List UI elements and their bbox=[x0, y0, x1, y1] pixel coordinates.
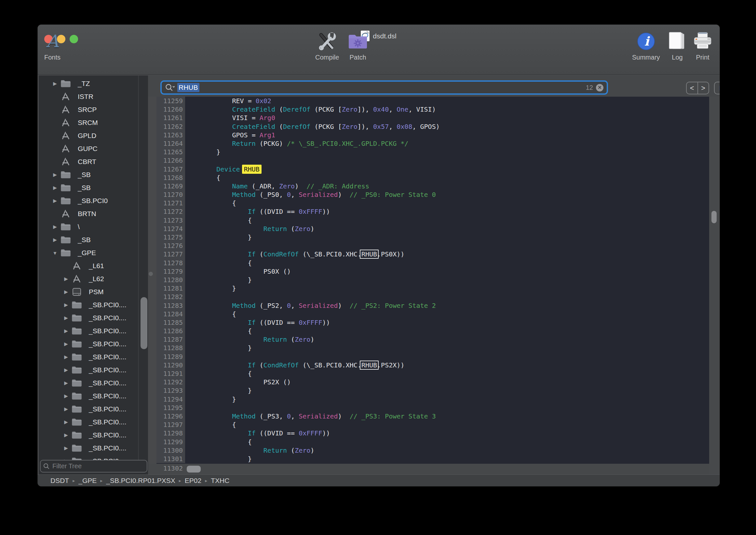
breadcrumb-item[interactable]: _SB.PCI0.RP01.PXSX bbox=[106, 477, 175, 485]
disclosure-triangle-icon[interactable]: ▼ bbox=[52, 250, 58, 256]
tree-item-_tz[interactable]: ▶_TZ bbox=[39, 77, 148, 90]
tree-item-_sbpci0[interactable]: ▶_SB.PCI0.... bbox=[39, 415, 148, 429]
done-button[interactable]: Done bbox=[714, 82, 719, 94]
code-line[interactable]: 11275 } bbox=[156, 233, 719, 241]
code-line[interactable]: 11273 { bbox=[156, 216, 719, 225]
splitter-handle[interactable] bbox=[148, 272, 153, 276]
code-line[interactable]: 11281 } bbox=[156, 284, 719, 293]
summary-toolbar-button[interactable]: i Summary bbox=[632, 32, 660, 61]
disclosure-triangle-icon[interactable]: ▶ bbox=[63, 276, 69, 282]
code-line[interactable]: 11277 If (CondRefOf (\_SB.PCI0.XHC.RHUB.… bbox=[156, 250, 719, 258]
disclosure-triangle-icon[interactable]: ▶ bbox=[63, 289, 69, 295]
code-line[interactable]: 11296 Method (_PS3, 0, Serialized) // _P… bbox=[156, 412, 719, 420]
sidebar-scrollbar-thumb[interactable] bbox=[141, 297, 148, 349]
disclosure-triangle-icon[interactable]: ▶ bbox=[52, 185, 58, 191]
code-line[interactable]: 11268 { bbox=[156, 174, 719, 182]
fonts-toolbar-button[interactable]: A Fonts bbox=[44, 32, 61, 61]
code-line[interactable]: 11280 } bbox=[156, 276, 719, 284]
disclosure-triangle-icon[interactable]: ▶ bbox=[63, 302, 69, 308]
code-line[interactable]: 11293 } bbox=[156, 386, 719, 395]
tree-item-srcp[interactable]: SRCP bbox=[39, 103, 148, 116]
clear-search-icon[interactable]: ✕ bbox=[596, 84, 604, 92]
code-line[interactable]: 11283 Method (_PS2, 0, Serialized) // _P… bbox=[156, 301, 719, 310]
code-editor[interactable]: 11259 REV = 0x0211260 CreateField (Deref… bbox=[156, 97, 719, 464]
disclosure-triangle-icon[interactable]: ▶ bbox=[63, 406, 69, 412]
tree-item-_sbpci0[interactable]: ▶_SB.PCI0.... bbox=[39, 403, 148, 415]
code-line[interactable]: 11298 If ((DVID == 0xFFFF)) bbox=[156, 429, 719, 437]
disclosure-triangle-icon[interactable]: ▶ bbox=[63, 419, 69, 425]
disclosure-triangle-icon[interactable]: ▶ bbox=[63, 354, 69, 360]
disclosure-triangle-icon[interactable]: ▶ bbox=[63, 367, 69, 373]
log-toolbar-button[interactable]: Log bbox=[668, 32, 687, 61]
breadcrumb-item[interactable]: _GPE bbox=[78, 477, 96, 485]
code-line[interactable]: 11259 REV = 0x02 bbox=[156, 97, 719, 105]
code-line[interactable]: 11289 bbox=[156, 352, 719, 361]
tree-item-_sbpci0[interactable]: ▶_SB.PCI0.... bbox=[39, 324, 148, 337]
code-line[interactable]: 11271 { bbox=[156, 199, 719, 207]
code-line[interactable]: 11270 Method (_PS0, 0, Serialized) // _P… bbox=[156, 190, 719, 199]
editor-vertical-scrollbar-thumb[interactable] bbox=[712, 211, 716, 223]
code-line[interactable]: 11292 PS2X () bbox=[156, 378, 719, 386]
disclosure-triangle-icon[interactable]: ▶ bbox=[63, 341, 69, 347]
disclosure-triangle-icon[interactable]: ▶ bbox=[63, 393, 69, 399]
tree-item-gupc[interactable]: GUPC bbox=[39, 142, 148, 155]
tree-item-_sbpci0[interactable]: ▶_SB.PCI0.... bbox=[39, 351, 148, 363]
code-line[interactable]: 11261 VISI = Arg0 bbox=[156, 114, 719, 122]
disclosure-triangle-icon[interactable]: ▶ bbox=[52, 81, 58, 87]
tree-item-_sb[interactable]: ▶_SB bbox=[39, 181, 148, 194]
code-line[interactable]: 11272 If ((DVID == 0xFFFF)) bbox=[156, 207, 719, 216]
disclosure-triangle-icon[interactable]: ▶ bbox=[52, 198, 58, 204]
disclosure-triangle-icon[interactable]: ▶ bbox=[63, 445, 69, 451]
tree-item-_sbpci0[interactable]: ▶_SB.PCI0.... bbox=[39, 377, 148, 389]
breadcrumb-item[interactable]: DSDT bbox=[50, 477, 69, 485]
search-field[interactable]: RHUB 12 ✕ bbox=[160, 80, 608, 95]
tree-item-_gpe[interactable]: ▼_GPE bbox=[39, 246, 148, 259]
tree-item-_sb[interactable]: ▶_SB bbox=[39, 233, 148, 246]
disclosure-triangle-icon[interactable]: ▶ bbox=[63, 328, 69, 334]
tree-item-_sbpci0[interactable]: ▶_SB.PCI0.... bbox=[39, 311, 148, 324]
tree-item-psm[interactable]: ▶PSM bbox=[39, 285, 148, 298]
tree-item-_l62[interactable]: ▶_L62 bbox=[39, 272, 148, 285]
code-line[interactable]: 11274 Return (Zero) bbox=[156, 225, 719, 233]
code-line[interactable]: 11287 Return (Zero) bbox=[156, 335, 719, 344]
code-line[interactable]: 11282 bbox=[156, 293, 719, 301]
code-line[interactable]: 11262 CreateField (DerefOf (PCKG [Zero])… bbox=[156, 122, 719, 131]
code-line[interactable]: 11269 Name (_ADR, Zero) // _ADR: Address bbox=[156, 182, 719, 190]
code-line[interactable]: 11294 } bbox=[156, 395, 719, 404]
search-icon[interactable] bbox=[165, 83, 175, 92]
disclosure-triangle-icon[interactable]: ▶ bbox=[52, 172, 58, 178]
disclosure-triangle-icon[interactable]: ▶ bbox=[63, 380, 69, 386]
code-line[interactable]: 11288 } bbox=[156, 344, 719, 352]
tree-item-_sbpci0[interactable]: ▶_SB.PCI0.... bbox=[39, 429, 148, 441]
tree-item-_l61[interactable]: _L61 bbox=[39, 259, 148, 272]
tree-item-_sbpci0[interactable]: ▶_SB.PCI0.... bbox=[39, 298, 148, 311]
code-line[interactable]: 11279 PS0X () bbox=[156, 267, 719, 276]
code-line[interactable]: 11290 If (CondRefOf (\_SB.PCI0.XHC.RHUB.… bbox=[156, 361, 719, 369]
editor-horizontal-scrollbar-thumb[interactable] bbox=[187, 466, 201, 472]
code-line[interactable]: 11301 } bbox=[156, 455, 719, 463]
code-line[interactable]: 11266 bbox=[156, 156, 719, 165]
code-line[interactable]: 11300 Return (Zero) bbox=[156, 446, 719, 455]
filter-tree-input[interactable]: Filter Tree bbox=[40, 460, 148, 472]
tree-item-_sbpci0[interactable]: ▶_SB.PCI0 bbox=[39, 194, 148, 207]
tree-item-_sbpci0[interactable]: ▶_SB.PCI0.... bbox=[39, 441, 148, 455]
tree-item-_sbpci0[interactable]: ▶_SB.PCI0.... bbox=[39, 363, 148, 377]
code-line[interactable]: 11291 { bbox=[156, 369, 719, 378]
code-line[interactable]: 11265 } bbox=[156, 148, 719, 156]
tree-item-gpld[interactable]: GPLD bbox=[39, 129, 148, 142]
tree-item-[interactable]: ▶\ bbox=[39, 220, 148, 233]
tree-item-_sb[interactable]: ▶_SB bbox=[39, 168, 148, 181]
code-line[interactable]: 11263 GPOS = Arg1 bbox=[156, 131, 719, 139]
code-line[interactable]: 11264 Return (PCKG) /* \_SB_.PCI0.XHC_.G… bbox=[156, 139, 719, 148]
tree-item-_sbpci0[interactable]: ▶_SB.PCI0.... bbox=[39, 389, 148, 403]
code-line[interactable]: 11299 { bbox=[156, 438, 719, 446]
disclosure-triangle-icon[interactable]: ▶ bbox=[63, 315, 69, 321]
find-next-button[interactable]: > bbox=[698, 82, 709, 94]
disclosure-triangle-icon[interactable]: ▶ bbox=[63, 432, 69, 438]
code-line[interactable]: 11278 { bbox=[156, 259, 719, 267]
search-query[interactable]: RHUB bbox=[177, 83, 200, 92]
print-toolbar-button[interactable]: Print bbox=[693, 32, 713, 61]
tree-item-_sbpci0[interactable]: ▶_SB.PCI0.... bbox=[39, 337, 148, 351]
code-line[interactable]: 11284 { bbox=[156, 310, 719, 318]
code-line[interactable]: 11276 bbox=[156, 241, 719, 250]
